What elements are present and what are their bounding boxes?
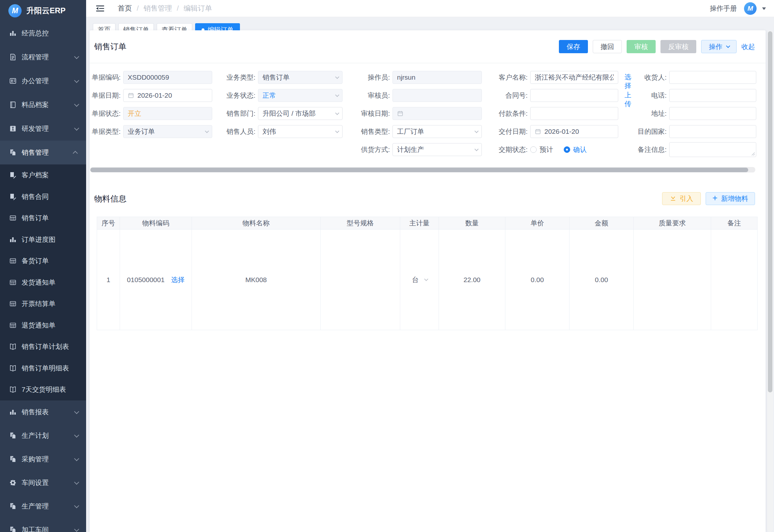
row-select-link[interactable]: 选择 xyxy=(171,275,184,284)
chart-icon xyxy=(9,236,17,243)
sidebar-item-processing-workshop[interactable]: 加工车间 xyxy=(0,518,86,532)
audit-button[interactable]: 审核 xyxy=(627,40,656,53)
sidebar-item-office-management[interactable]: 办公管理 xyxy=(0,69,86,93)
field-label: 单据编码: xyxy=(91,73,123,82)
chevron-down-icon xyxy=(335,129,339,133)
chevron-down-icon xyxy=(335,111,339,115)
add-material-button[interactable]: +新增物料 xyxy=(706,192,755,205)
withdraw-button[interactable]: 撤回 xyxy=(593,40,622,53)
user-menu-caret-icon[interactable] xyxy=(762,7,766,12)
sidebar-item-return-notice[interactable]: 退货通知单 xyxy=(0,315,86,336)
sidebar-item-sales-reports[interactable]: 销售报表 xyxy=(0,400,86,424)
sidebar-item-invoice-settlement[interactable]: 开票结算单 xyxy=(0,293,86,315)
open-book-icon xyxy=(9,343,17,350)
payment-terms-input[interactable] xyxy=(530,107,618,120)
pages-icon xyxy=(9,502,17,510)
app-title: 升阳云ERP xyxy=(26,5,65,16)
horizontal-scrollbar-track[interactable] xyxy=(90,167,755,172)
form-column-3: 操作员: njrsun 审核员: 审核日期: 销售类型: 工厂订单 供货方式: … xyxy=(360,71,482,156)
remark-textarea[interactable] xyxy=(669,142,756,157)
biz-type-select[interactable]: 销售订单 xyxy=(258,71,342,84)
sidebar-item-7day-delivery-report[interactable]: 7天交货明细表 xyxy=(0,379,86,400)
table-icon xyxy=(9,257,17,265)
vertical-scrollbar-thumb[interactable] xyxy=(768,31,772,392)
sidebar-item-business-dashboard[interactable]: 经营总控 xyxy=(0,21,86,45)
open-book-icon xyxy=(9,364,17,372)
sidebar-item-order-progress-chart[interactable]: 订单进度图 xyxy=(0,229,86,251)
doc-type-select[interactable]: 业务订单 xyxy=(123,125,212,138)
manual-link[interactable]: 操作手册 xyxy=(710,4,737,13)
col-header-amount: 金额 xyxy=(570,217,634,230)
sidebar-item-customer-archives[interactable]: 客户档案 xyxy=(0,164,86,186)
open-book-icon xyxy=(9,386,17,393)
chevron-down-icon xyxy=(726,44,730,48)
save-button[interactable]: 保存 xyxy=(559,40,588,53)
field-label: 业务类型: xyxy=(226,73,258,82)
radio-confirm-label[interactable]: 确认 xyxy=(573,145,587,154)
supply-mode-select[interactable]: 计划生产 xyxy=(392,143,482,156)
sales-person-select[interactable]: 刘伟 xyxy=(258,125,342,138)
address-input[interactable] xyxy=(669,107,756,120)
customer-name-input[interactable]: 浙江裕兴不动产经纪有限公司 xyxy=(530,71,618,84)
field-label: 操作员: xyxy=(360,73,392,82)
more-actions-button[interactable]: 操作 xyxy=(701,40,737,53)
sidebar-item-process-management[interactable]: 流程管理 xyxy=(0,45,86,69)
field-label: 客户名称: xyxy=(498,73,530,82)
import-button[interactable]: 引入 xyxy=(662,192,701,205)
sidebar-item-shipment-notice[interactable]: 发货通知单 xyxy=(0,272,86,293)
avatar[interactable]: M xyxy=(744,2,757,15)
sidebar-item-workshop-settings[interactable]: 车间设置 xyxy=(0,471,86,495)
breadcrumb-separator: / xyxy=(137,4,139,13)
chevron-down-icon xyxy=(74,479,79,485)
calendar-icon xyxy=(535,128,541,135)
sidebar-item-material-archives[interactable]: 料品档案 xyxy=(0,93,86,117)
contract-no-input[interactable] xyxy=(530,89,618,102)
col-header-qty: 数量 xyxy=(439,217,505,230)
material-table-header-row: 序号 物料编码 物料名称 型号规格 主计量 数量 单价 金额 质量要求 备注 xyxy=(97,217,758,230)
customer-select-link[interactable]: 选择 xyxy=(624,73,632,90)
doc-date-input[interactable]: 2026-01-20 xyxy=(123,89,212,102)
phone-input[interactable] xyxy=(669,89,756,102)
sidebar: M 升阳云ERP 经营总控 流程管理 办公管理 料品档案 研发管理 销售管理 客… xyxy=(0,0,86,532)
field-label: 单据类型: xyxy=(91,127,123,136)
field-label: 审核日期: xyxy=(360,109,392,118)
sidebar-item-sales-contract[interactable]: 销售合同 xyxy=(0,186,86,208)
cell-amount: 0.00 xyxy=(570,230,634,330)
collapse-link[interactable]: 收起 xyxy=(741,42,755,51)
biz-status-select[interactable]: 正常 xyxy=(258,89,342,102)
radio-estimate[interactable] xyxy=(530,146,537,153)
consignee-input[interactable] xyxy=(669,71,756,84)
radio-estimate-label[interactable]: 预计 xyxy=(540,145,553,154)
delivery-date-input[interactable]: 2026-01-20 xyxy=(530,125,618,138)
sales-type-select[interactable]: 工厂订单 xyxy=(392,125,482,138)
horizontal-scrollbar-thumb[interactable] xyxy=(90,168,748,172)
contract-upload-link[interactable]: 上传 xyxy=(624,91,632,108)
app-logo[interactable]: M 升阳云ERP xyxy=(0,0,86,21)
field-label: 业务状态: xyxy=(226,91,258,100)
sidebar-item-sales-order[interactable]: 销售订单 xyxy=(0,207,86,229)
dest-country-input[interactable] xyxy=(669,125,756,138)
sidebar-item-sales-management[interactable]: 销售管理 xyxy=(0,141,86,164)
cell-unit: 台 xyxy=(400,230,439,330)
resize-grip-icon[interactable] xyxy=(751,152,755,156)
sidebar-item-sales-order-plan-report[interactable]: 销售订单计划表 xyxy=(0,336,86,358)
unit-select[interactable]: 台 xyxy=(400,275,439,284)
breadcrumb-home[interactable]: 首页 xyxy=(118,4,132,13)
sidebar-item-purchase-management[interactable]: 采购管理 xyxy=(0,448,86,471)
sidebar-item-rd-management[interactable]: 研发管理 xyxy=(0,117,86,141)
sales-dept-select[interactable]: 升阳公司 / 市场部 xyxy=(258,107,342,120)
chevron-down-icon xyxy=(335,75,339,79)
sidebar-item-production-management[interactable]: 生产管理 xyxy=(0,495,86,518)
unaudit-button[interactable]: 反审核 xyxy=(660,40,696,53)
sidebar-fold-icon[interactable] xyxy=(96,5,104,12)
vertical-scrollbar-track[interactable] xyxy=(767,31,773,532)
form-column-2: 业务类型: 销售订单 业务状态: 正常 销售部门: 升阳公司 / 市场部 销售人… xyxy=(226,71,342,138)
form-column-5: 收货人: 电话: 地址: 目的国家: 备注信息: xyxy=(637,71,756,156)
radio-confirm[interactable] xyxy=(564,146,570,153)
chevron-down-icon xyxy=(74,54,79,59)
sidebar-item-production-plan[interactable]: 生产计划 xyxy=(0,424,86,448)
sidebar-item-sales-order-detail-report[interactable]: 销售订单明细表 xyxy=(0,358,86,379)
breadcrumb-sales-management[interactable]: 销售管理 xyxy=(144,4,172,13)
cell-remark xyxy=(711,230,758,330)
sidebar-item-stock-prep-order[interactable]: 备货订单 xyxy=(0,250,86,272)
